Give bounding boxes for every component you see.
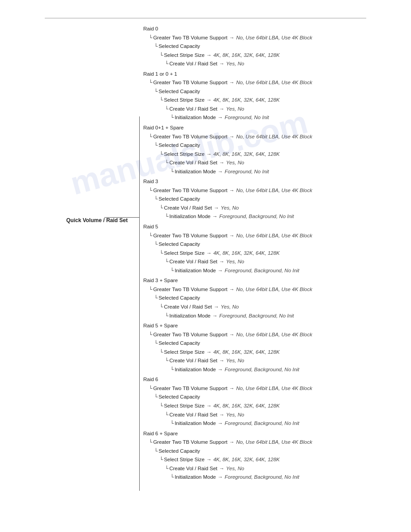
raid1-gtb: └ Greater Two TB Volume Support → No, Us…: [149, 78, 411, 87]
raid0p1spare-gtb: └ Greater Two TB Volume Support → No, Us…: [149, 133, 411, 142]
raid0-gtb: └ Greater Two TB Volume Support → No, Us…: [149, 34, 411, 43]
raid1-init: └ Initialization Mode → Foreground, No I…: [170, 113, 411, 122]
raid1-section: Raid 1 or 0 + 1 └ Greater Two TB Volume …: [143, 70, 411, 122]
raid6-section: Raid 6 └ Greater Two TB Volume Support →…: [143, 375, 411, 428]
raid5spare-header: Raid 5 + Spare: [143, 322, 411, 330]
bracket-horizontal-line: [104, 217, 139, 218]
raid6spare-section: Raid 6 + Spare └ Greater Two TB Volume S…: [143, 429, 411, 482]
raid3-section: Raid 3 └ Greater Two TB Volume Support →…: [143, 177, 411, 221]
raid5spare-gtb: └ Greater Two TB Volume Support → No, Us…: [149, 330, 411, 339]
raid0-stripe: └ Select Stripe Size → 4K, 8K, 16K, 32K,…: [159, 51, 411, 60]
connector1: └: [149, 34, 152, 43]
raid3-header: Raid 3: [143, 177, 411, 186]
raid0p1spare-selcap: └ Selected Capacity: [154, 141, 411, 150]
raid5-selcap: └ Selected Capacity: [154, 240, 411, 249]
raid3spare-init: └ Initialization Mode → Foreground, Back…: [165, 312, 411, 321]
raid0-selcap: └ Selected Capacity: [154, 42, 411, 51]
raid0p1spare-section: Raid 0+1 + Spare └ Greater Two TB Volume…: [143, 124, 411, 176]
raid3spare-gtb: └ Greater Two TB Volume Support → No, Us…: [149, 285, 411, 294]
raid5spare-init: └ Initialization Mode → Foreground, Back…: [170, 365, 411, 374]
raid1-selcap: └ Selected Capacity: [154, 87, 411, 96]
raid1-header: Raid 1 or 0 + 1: [143, 70, 411, 79]
raid3spare-selcap: └ Selected Capacity: [154, 294, 411, 303]
raid1-create: └ Create Vol / Raid Set → Yes, No: [165, 105, 411, 114]
raid0p1spare-init: └ Initialization Mode → Foreground, No I…: [170, 167, 411, 176]
bracket-vertical-line: [139, 116, 140, 491]
quick-volume-label: Quick Volume / Raid Set: [66, 217, 128, 223]
raid0-create: └ Create Vol / Raid Set → Yes, No: [165, 60, 411, 69]
raid3-init: └ Initialization Mode → Foreground, Back…: [165, 212, 411, 221]
raid6spare-init: └ Initialization Mode → Foreground, Back…: [170, 473, 411, 482]
raid6spare-stripe: └ Select Stripe Size → 4K, 8K, 16K, 32K,…: [159, 455, 411, 464]
raid3-gtb: └ Greater Two TB Volume Support → No, Us…: [149, 186, 411, 195]
raid5-section: Raid 5 └ Greater Two TB Volume Support →…: [143, 223, 411, 275]
raid5spare-section: Raid 5 + Spare └ Greater Two TB Volume S…: [143, 322, 411, 374]
raid0p1spare-stripe: └ Select Stripe Size → 4K, 8K, 16K, 32K,…: [159, 150, 411, 159]
raid6-stripe: └ Select Stripe Size → 4K, 8K, 16K, 32K,…: [159, 402, 411, 411]
raid5spare-stripe: └ Select Stripe Size → 4K, 8K, 16K, 32K,…: [159, 348, 411, 357]
raid3-create: └ Create Vol / Raid Set → Yes, No: [159, 204, 411, 213]
raid6-create: └ Create Vol / Raid Set → Yes, No: [165, 411, 411, 420]
top-divider: [45, 18, 366, 18]
raid3-selcap: └ Selected Capacity: [154, 195, 411, 204]
raid6-header: Raid 6: [143, 375, 411, 384]
raid0p1spare-header: Raid 0+1 + Spare: [143, 124, 411, 133]
raid6spare-header: Raid 6 + Spare: [143, 429, 411, 438]
raid5spare-selcap: └ Selected Capacity: [154, 339, 411, 348]
raid6spare-create: └ Create Vol / Raid Set → Yes, No: [165, 464, 411, 473]
raid0-header: Raid 0: [143, 25, 411, 34]
raid6-selcap: └ Selected Capacity: [154, 393, 411, 402]
raid5-init: └ Initialization Mode → Foreground, Back…: [170, 266, 411, 275]
raid0-section: Raid 0 └ Greater Two TB Volume Support →…: [143, 25, 411, 69]
tree-section: Raid 0 └ Greater Two TB Volume Support →…: [143, 25, 411, 482]
raid6spare-gtb: └ Greater Two TB Volume Support → No, Us…: [149, 438, 411, 447]
raid5-create: └ Create Vol / Raid Set → Yes, No: [165, 257, 411, 266]
raid3spare-header: Raid 3 + Spare: [143, 276, 411, 285]
raid3spare-section: Raid 3 + Spare └ Greater Two TB Volume S…: [143, 276, 411, 320]
raid5-stripe: └ Select Stripe Size → 4K, 8K, 16K, 32K,…: [159, 249, 411, 258]
raid5-gtb: └ Greater Two TB Volume Support → No, Us…: [149, 232, 411, 240]
raid1-stripe: └ Select Stripe Size → 4K, 8K, 16K, 32K,…: [159, 96, 411, 105]
raid6spare-selcap: └ Selected Capacity: [154, 447, 411, 456]
raid0p1spare-create: └ Create Vol / Raid Set → Yes, No: [165, 159, 411, 167]
raid0-name: Raid 0: [143, 25, 158, 34]
raid3spare-create: └ Create Vol / Raid Set → Yes, No: [159, 303, 411, 312]
raid5-header: Raid 5: [143, 223, 411, 232]
raid6-init: └ Initialization Mode → Foreground, Back…: [170, 419, 411, 428]
raid6-gtb: └ Greater Two TB Volume Support → No, Us…: [149, 384, 411, 393]
raid5spare-create: └ Create Vol / Raid Set → Yes, No: [165, 356, 411, 365]
